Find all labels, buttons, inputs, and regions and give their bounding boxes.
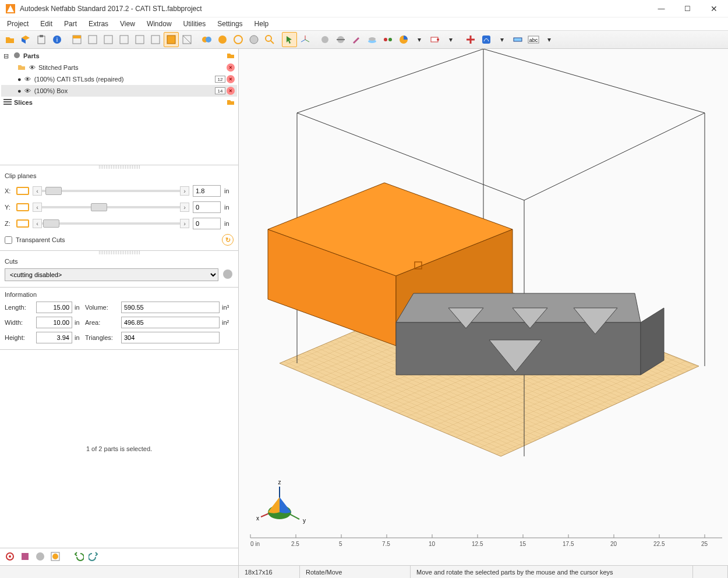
svg-text:17.5: 17.5 <box>563 541 574 547</box>
clip-x-swatch[interactable] <box>16 187 29 195</box>
cuts-sphere-icon[interactable] <box>222 268 234 281</box>
menu-help[interactable]: Help <box>250 19 274 29</box>
area-value[interactable] <box>121 317 220 328</box>
redo-icon[interactable] <box>89 551 99 563</box>
analysis-icon[interactable] <box>479 32 494 47</box>
slider-dec-icon[interactable]: ‹ <box>33 203 42 212</box>
collapse-icon[interactable]: ⊟ <box>3 52 10 59</box>
cube-iso-icon[interactable] <box>164 32 179 47</box>
transparent-cuts-checkbox[interactable] <box>5 236 12 244</box>
cursor-icon[interactable] <box>282 32 297 47</box>
viewport-3d[interactable]: z y x 0 in 2.5 5 7.5 10 12.5 15 17.5 20 … <box>239 49 728 565</box>
folder-icon[interactable] <box>227 52 235 60</box>
cube-left-icon[interactable] <box>132 32 147 47</box>
eye-icon[interactable]: 👁 <box>24 76 32 82</box>
undo-icon[interactable] <box>73 551 84 563</box>
tag-icon[interactable] <box>427 32 443 47</box>
menu-project[interactable]: Project <box>2 19 33 29</box>
eye-icon[interactable]: 👁 <box>28 65 36 70</box>
shading-4-icon[interactable] <box>246 32 261 47</box>
dropdown-2-icon[interactable]: ▾ <box>443 32 458 47</box>
refresh-icon[interactable]: ↻ <box>222 234 234 246</box>
face-count-badge: 14 <box>215 87 225 94</box>
tree-parts-root[interactable]: ⊟ Parts <box>1 50 237 62</box>
delete-icon[interactable]: × <box>227 63 235 72</box>
slider-dec-icon[interactable]: ‹ <box>33 186 42 196</box>
folder-small-icon <box>17 63 26 72</box>
clip-x-input[interactable] <box>193 185 221 197</box>
menu-edit[interactable]: Edit <box>36 19 57 29</box>
pie-icon[interactable] <box>396 32 411 47</box>
cube-bottom-icon[interactable] <box>85 32 100 47</box>
slider-dec-icon[interactable]: ‹ <box>33 219 42 228</box>
tris-label: Triangles: <box>85 334 119 341</box>
sphere-1-icon[interactable] <box>317 32 333 47</box>
dropdown-4-icon[interactable]: ▾ <box>542 32 557 47</box>
clip-y-swatch[interactable] <box>16 203 29 211</box>
measure-icon[interactable] <box>349 32 364 47</box>
ball-icon[interactable] <box>35 551 45 563</box>
clip-y-slider[interactable]: ‹ › <box>33 206 189 208</box>
menu-utilities[interactable]: Utilities <box>179 19 211 29</box>
zoom-icon[interactable] <box>262 32 277 47</box>
ruler-icon[interactable] <box>510 32 525 47</box>
folder-icon[interactable] <box>227 98 235 107</box>
label-icon[interactable]: abc <box>526 32 541 47</box>
minimize-button[interactable]: — <box>648 0 674 17</box>
cube-back-icon[interactable] <box>116 32 132 47</box>
menu-view[interactable]: View <box>115 19 140 29</box>
clip-z-swatch[interactable] <box>16 219 29 228</box>
tris-value[interactable] <box>121 332 220 343</box>
sphere-2-icon[interactable] <box>333 32 348 47</box>
clip-z-input[interactable] <box>193 218 221 229</box>
shading-3-icon[interactable] <box>231 32 246 47</box>
clip-y-input[interactable] <box>193 201 221 213</box>
clipboard-icon[interactable] <box>34 32 49 47</box>
gear-icon[interactable] <box>5 551 15 563</box>
platform-icon[interactable] <box>365 32 380 47</box>
slider-inc-icon[interactable]: › <box>180 219 189 228</box>
repair-icon[interactable] <box>463 32 478 47</box>
length-value[interactable] <box>36 302 72 313</box>
cube-persp-icon[interactable] <box>179 32 195 47</box>
dropdown-1-icon[interactable]: ▾ <box>412 32 427 47</box>
shading-1-icon[interactable] <box>199 32 214 47</box>
maximize-button[interactable]: ☐ <box>674 0 701 17</box>
height-label: Height: <box>5 334 34 341</box>
clip-z-slider[interactable]: ‹ › <box>33 222 189 225</box>
clip-x-slider[interactable]: ‹ › <box>33 190 189 192</box>
tree-item-cati[interactable]: ● 👁 (100%) CATI STLsds (repaired) 12× <box>1 73 237 85</box>
slider-inc-icon[interactable]: › <box>180 186 189 196</box>
tree-stitched-parts[interactable]: 👁 Stitched Parts × <box>1 62 237 73</box>
boxed-ball-icon[interactable] <box>50 551 61 563</box>
cuts-select[interactable]: <cutting disabled> <box>5 268 218 281</box>
traffic-icon[interactable] <box>380 32 395 47</box>
menu-window[interactable]: Window <box>142 19 176 29</box>
cube-right-icon[interactable] <box>148 32 163 47</box>
svg-point-19 <box>218 36 227 44</box>
menu-part[interactable]: Part <box>59 19 82 29</box>
height-value[interactable] <box>36 332 72 343</box>
menu-extras[interactable]: Extras <box>84 19 113 29</box>
cube-front-icon[interactable] <box>101 32 116 47</box>
scene-tree[interactable]: ⊟ Parts 👁 Stitched Parts × ● 👁 (100%) CA… <box>0 49 238 165</box>
svg-rect-4 <box>40 35 43 37</box>
slider-inc-icon[interactable]: › <box>180 203 189 212</box>
info-icon[interactable]: i <box>50 32 65 47</box>
width-value[interactable] <box>36 317 72 328</box>
tree-item-box[interactable]: ● 👁 (100%) Box 14× <box>1 85 237 97</box>
delete-icon[interactable]: × <box>227 75 235 83</box>
volume-value[interactable] <box>121 302 220 313</box>
dropdown-3-icon[interactable]: ▾ <box>494 32 510 47</box>
eye-icon[interactable]: 👁 <box>24 88 32 94</box>
delete-icon[interactable]: × <box>227 87 235 95</box>
menu-settings[interactable]: Settings <box>213 19 247 29</box>
open-file-icon[interactable] <box>2 32 17 47</box>
tree-slices-root[interactable]: Slices <box>1 97 237 108</box>
add-part-icon[interactable] <box>18 32 33 47</box>
shading-2-icon[interactable] <box>215 32 230 47</box>
axes-icon[interactable] <box>298 32 313 47</box>
box-icon[interactable] <box>20 551 30 563</box>
cube-top-icon[interactable] <box>69 32 84 47</box>
close-button[interactable]: ✕ <box>701 0 727 17</box>
